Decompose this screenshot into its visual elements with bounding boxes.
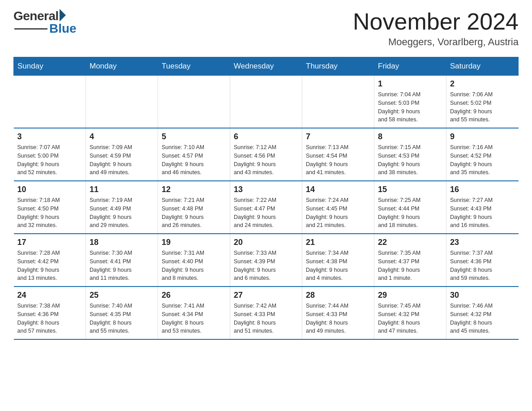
day-info: Sunrise: 7:44 AMSunset: 4:33 PMDaylight:…: [306, 302, 370, 335]
location-subtitle: Moeggers, Vorarlberg, Austria: [353, 36, 519, 48]
day-number: 14: [306, 185, 370, 194]
day-info: Sunrise: 7:06 AMSunset: 5:02 PMDaylight:…: [450, 90, 515, 124]
table-row: 10Sunrise: 7:18 AMSunset: 4:50 PMDayligh…: [14, 181, 86, 234]
day-info: Sunrise: 7:45 AMSunset: 4:32 PMDaylight:…: [378, 302, 442, 335]
day-info: Sunrise: 7:35 AMSunset: 4:37 PMDaylight:…: [378, 249, 442, 283]
table-row: 23Sunrise: 7:37 AMSunset: 4:36 PMDayligh…: [446, 234, 519, 287]
day-number: 10: [17, 185, 82, 194]
table-row: 26Sunrise: 7:41 AMSunset: 4:34 PMDayligh…: [158, 287, 230, 339]
day-number: 23: [450, 238, 515, 247]
table-row: 9Sunrise: 7:16 AMSunset: 4:52 PMDaylight…: [446, 128, 519, 181]
calendar-week-row: 3Sunrise: 7:07 AMSunset: 5:00 PMDaylight…: [14, 128, 519, 181]
day-number: 26: [162, 291, 226, 300]
day-info: Sunrise: 7:28 AMSunset: 4:42 PMDaylight:…: [17, 249, 82, 283]
day-info: Sunrise: 7:38 AMSunset: 4:36 PMDaylight:…: [17, 302, 82, 335]
day-info: Sunrise: 7:18 AMSunset: 4:50 PMDaylight:…: [17, 196, 82, 230]
header-wednesday: Wednesday: [230, 57, 302, 76]
logo-arrow-icon: [60, 9, 66, 21]
day-info: Sunrise: 7:42 AMSunset: 4:33 PMDaylight:…: [234, 302, 298, 335]
day-info: Sunrise: 7:41 AMSunset: 4:34 PMDaylight:…: [162, 302, 226, 335]
table-row: 25Sunrise: 7:40 AMSunset: 4:35 PMDayligh…: [86, 287, 158, 339]
logo-blue-text: Blue: [49, 21, 77, 36]
day-info: Sunrise: 7:34 AMSunset: 4:38 PMDaylight:…: [306, 249, 370, 283]
table-row: 11Sunrise: 7:19 AMSunset: 4:49 PMDayligh…: [86, 181, 158, 234]
calendar-week-row: 24Sunrise: 7:38 AMSunset: 4:36 PMDayligh…: [14, 287, 519, 339]
day-number: 15: [378, 185, 442, 194]
day-info: Sunrise: 7:07 AMSunset: 5:00 PMDaylight:…: [17, 143, 82, 177]
table-row: 17Sunrise: 7:28 AMSunset: 4:42 PMDayligh…: [14, 234, 86, 287]
title-section: November 2024 Moeggers, Vorarlberg, Aust…: [353, 9, 519, 48]
page-header: General Blue November 2024 Moeggers, Vor…: [13, 9, 519, 48]
header-tuesday: Tuesday: [158, 57, 230, 76]
table-row: 2Sunrise: 7:06 AMSunset: 5:02 PMDaylight…: [446, 76, 519, 128]
table-row: 15Sunrise: 7:25 AMSunset: 4:44 PMDayligh…: [374, 181, 446, 234]
table-row: [158, 76, 230, 128]
day-number: 24: [17, 291, 82, 300]
header-sunday: Sunday: [14, 57, 86, 76]
calendar-week-row: 1Sunrise: 7:04 AMSunset: 5:03 PMDaylight…: [14, 76, 519, 128]
table-row: 7Sunrise: 7:13 AMSunset: 4:54 PMDaylight…: [302, 128, 374, 181]
day-info: Sunrise: 7:27 AMSunset: 4:43 PMDaylight:…: [450, 196, 515, 230]
header-friday: Friday: [374, 57, 446, 76]
day-info: Sunrise: 7:22 AMSunset: 4:47 PMDaylight:…: [234, 196, 298, 230]
table-row: 24Sunrise: 7:38 AMSunset: 4:36 PMDayligh…: [14, 287, 86, 339]
day-number: 4: [90, 132, 154, 141]
day-info: Sunrise: 7:10 AMSunset: 4:57 PMDaylight:…: [162, 143, 226, 177]
day-info: Sunrise: 7:13 AMSunset: 4:54 PMDaylight:…: [306, 143, 370, 177]
table-row: 22Sunrise: 7:35 AMSunset: 4:37 PMDayligh…: [374, 234, 446, 287]
table-row: 8Sunrise: 7:15 AMSunset: 4:53 PMDaylight…: [374, 128, 446, 181]
table-row: 3Sunrise: 7:07 AMSunset: 5:00 PMDaylight…: [14, 128, 86, 181]
weekday-header-row: Sunday Monday Tuesday Wednesday Thursday…: [14, 57, 519, 76]
day-info: Sunrise: 7:30 AMSunset: 4:41 PMDaylight:…: [90, 249, 154, 283]
day-number: 5: [162, 132, 226, 141]
day-info: Sunrise: 7:31 AMSunset: 4:40 PMDaylight:…: [162, 249, 226, 283]
day-info: Sunrise: 7:40 AMSunset: 4:35 PMDaylight:…: [90, 302, 154, 335]
day-number: 27: [234, 291, 298, 300]
day-number: 7: [306, 132, 370, 141]
table-row: [230, 76, 302, 128]
day-number: 9: [450, 132, 515, 141]
header-monday: Monday: [86, 57, 158, 76]
table-row: 4Sunrise: 7:09 AMSunset: 4:59 PMDaylight…: [86, 128, 158, 181]
table-row: 19Sunrise: 7:31 AMSunset: 4:40 PMDayligh…: [158, 234, 230, 287]
day-number: 12: [162, 185, 226, 194]
day-info: Sunrise: 7:19 AMSunset: 4:49 PMDaylight:…: [90, 196, 154, 230]
table-row: 18Sunrise: 7:30 AMSunset: 4:41 PMDayligh…: [86, 234, 158, 287]
day-info: Sunrise: 7:04 AMSunset: 5:03 PMDaylight:…: [378, 90, 442, 124]
day-number: 21: [306, 238, 370, 247]
table-row: 1Sunrise: 7:04 AMSunset: 5:03 PMDaylight…: [374, 76, 446, 128]
day-info: Sunrise: 7:46 AMSunset: 4:32 PMDaylight:…: [450, 302, 515, 335]
day-number: 8: [378, 132, 442, 141]
day-number: 18: [90, 238, 154, 247]
day-info: Sunrise: 7:09 AMSunset: 4:59 PMDaylight:…: [90, 143, 154, 177]
table-row: 14Sunrise: 7:24 AMSunset: 4:45 PMDayligh…: [302, 181, 374, 234]
day-info: Sunrise: 7:16 AMSunset: 4:52 PMDaylight:…: [450, 143, 515, 177]
table-row: 28Sunrise: 7:44 AMSunset: 4:33 PMDayligh…: [302, 287, 374, 339]
day-info: Sunrise: 7:15 AMSunset: 4:53 PMDaylight:…: [378, 143, 442, 177]
day-number: 13: [234, 185, 298, 194]
day-info: Sunrise: 7:12 AMSunset: 4:56 PMDaylight:…: [234, 143, 298, 177]
table-row: 13Sunrise: 7:22 AMSunset: 4:47 PMDayligh…: [230, 181, 302, 234]
day-number: 6: [234, 132, 298, 141]
calendar-week-row: 10Sunrise: 7:18 AMSunset: 4:50 PMDayligh…: [14, 181, 519, 234]
day-number: 17: [17, 238, 82, 247]
table-row: 30Sunrise: 7:46 AMSunset: 4:32 PMDayligh…: [446, 287, 519, 339]
table-row: 6Sunrise: 7:12 AMSunset: 4:56 PMDaylight…: [230, 128, 302, 181]
month-year-title: November 2024: [353, 9, 519, 34]
table-row: 27Sunrise: 7:42 AMSunset: 4:33 PMDayligh…: [230, 287, 302, 339]
calendar-week-row: 17Sunrise: 7:28 AMSunset: 4:42 PMDayligh…: [14, 234, 519, 287]
day-number: 1: [378, 79, 442, 89]
calendar-table: Sunday Monday Tuesday Wednesday Thursday…: [13, 57, 519, 340]
day-number: 20: [234, 238, 298, 247]
day-number: 16: [450, 185, 515, 194]
day-number: 11: [90, 185, 154, 194]
table-row: [86, 76, 158, 128]
day-number: 29: [378, 291, 442, 300]
table-row: 20Sunrise: 7:33 AMSunset: 4:39 PMDayligh…: [230, 234, 302, 287]
table-row: 12Sunrise: 7:21 AMSunset: 4:48 PMDayligh…: [158, 181, 230, 234]
table-row: 21Sunrise: 7:34 AMSunset: 4:38 PMDayligh…: [302, 234, 374, 287]
table-row: 5Sunrise: 7:10 AMSunset: 4:57 PMDaylight…: [158, 128, 230, 181]
day-number: 28: [306, 291, 370, 300]
day-number: 2: [450, 79, 515, 89]
calendar-body: 1Sunrise: 7:04 AMSunset: 5:03 PMDaylight…: [14, 76, 519, 340]
